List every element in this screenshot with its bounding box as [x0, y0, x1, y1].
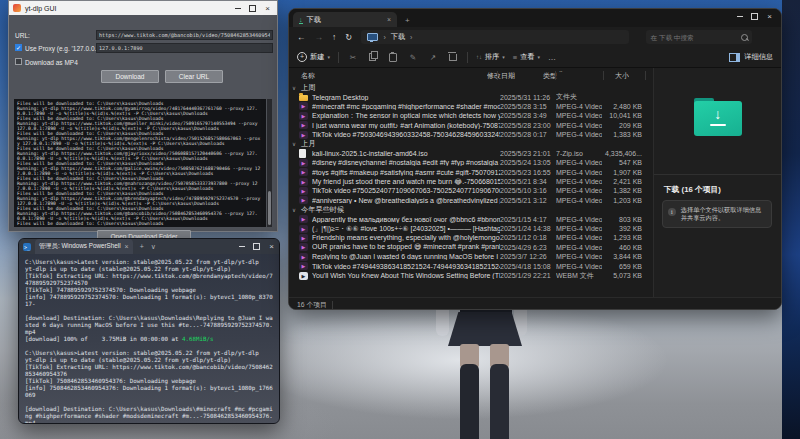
explorer-tab-downloads[interactable]: ↓ 下载 × [293, 12, 397, 27]
file-date: 2025/3/7 12:26 [500, 253, 556, 260]
copy-button[interactable] [367, 53, 379, 61]
new-tab-button[interactable]: + [405, 16, 410, 27]
file-row[interactable]: Telegram Desktop2025/5/31 11:26文件夹 [289, 92, 653, 101]
terminal-line: [TikTok] 7478895929752374570: Downloadin… [25, 287, 275, 294]
cut-button[interactable]: ✂ [347, 53, 359, 62]
file-row[interactable]: ▶Apparently the мальдивому без нової очо… [289, 214, 653, 223]
file-name: (」|¶|)≥=・⑥⑥ #love 100s+÷⑥ [24032025] •——… [312, 224, 500, 234]
file-row[interactable]: ▶(」|¶|)≥=・⑥⑥ #love 100s+÷⑥ [24032025] •—… [289, 224, 653, 233]
new-button[interactable]: + 新建 ▾ [297, 52, 330, 62]
column-separator[interactable] [603, 71, 604, 80]
video-icon: ▶ [299, 102, 308, 110]
ytdlp-body: URL: ✓ Use Proxy (e.g. '127.0.0.1:7890')… [9, 15, 277, 231]
file-row[interactable]: ▶You'll Wish You Knew About This Windows… [289, 271, 653, 280]
minimize-button[interactable] [732, 10, 747, 23]
ytdlp-log[interactable]: Files will be downloaded to: C:\Users\ka… [14, 99, 266, 227]
file-row[interactable]: ▶#disney #disneychannel #nostalgia #edit… [289, 158, 653, 167]
new-tab-button[interactable]: + [140, 243, 144, 250]
file-type: MPEG-4 Video [556, 178, 602, 185]
maximize-button[interactable] [249, 240, 264, 253]
details-pane-toggle[interactable]: 详细信息 [729, 52, 773, 62]
sort-button[interactable]: ↑↓ 排序 ▾ [476, 52, 505, 62]
up-button[interactable]: ↑ [332, 32, 336, 42]
file-row[interactable]: ▶Explanation：The sensor in optical mice … [289, 111, 653, 120]
url-input[interactable] [96, 30, 273, 40]
file-date: 2025/5/24 13:05 [500, 159, 556, 166]
group-header[interactable]: ∨上月 [289, 139, 653, 148]
file-row[interactable]: ▶OUR pranks have to be stopped 😅 #minecr… [289, 243, 653, 252]
file-row[interactable]: ▶My friend just stood there and watch me… [289, 177, 653, 186]
proxy-input[interactable] [96, 43, 273, 53]
powershell-titlebar[interactable]: >_ 管理员: Windows PowerShell × + ∨ × [19, 239, 279, 254]
file-name: TikTok video #7503046943960332458-750346… [312, 131, 500, 138]
use-proxy-checkbox[interactable]: ✓ [15, 44, 22, 51]
file-type: MPEG-4 Video [556, 169, 602, 176]
file-type: MPEG-4 Video [556, 103, 602, 110]
paste-button[interactable] [387, 53, 399, 62]
search-input[interactable] [650, 34, 738, 41]
column-name[interactable]: 名称 [289, 71, 487, 81]
tab-close-icon[interactable]: × [125, 243, 129, 250]
maximize-button[interactable] [245, 2, 260, 15]
back-button[interactable]: ← [297, 32, 306, 42]
close-button[interactable]: × [762, 10, 777, 23]
forward-button[interactable]: → [315, 32, 324, 42]
file-row[interactable]: ▶TikTok video #7503046943960332458-75034… [289, 130, 653, 139]
address-bar[interactable]: › 下载 › [361, 30, 629, 44]
file-row[interactable]: ▶I just wanna wear my outfit♪ #art Anima… [289, 121, 653, 130]
file-row[interactable]: kali-linux-2025.1c-installer-amd64.iso20… [289, 149, 653, 158]
powershell-tab[interactable]: 管理员: Windows PowerShell × [35, 239, 133, 254]
group-header[interactable]: ∨今年早些时候 [289, 205, 653, 214]
breadcrumb-downloads[interactable]: 下载 [391, 32, 405, 42]
maximize-button[interactable] [747, 10, 762, 23]
video-icon: ▶ [299, 225, 308, 233]
download-mp4-checkbox[interactable] [15, 58, 22, 65]
ytdlp-log-scrollbar[interactable] [267, 99, 272, 227]
scrollbar-thumb[interactable] [268, 191, 271, 225]
file-size: 1,382 KB [602, 187, 642, 194]
column-separator[interactable] [645, 71, 646, 80]
close-button[interactable]: × [264, 240, 279, 253]
file-row[interactable]: ▶TikTok video #7494493863418521524-74944… [289, 261, 653, 270]
file-row[interactable]: ▶#minecraft #mc #pcgaming #highperforman… [289, 102, 653, 111]
terminal-line: [download] 100% of 3.75MiB in 00:00:00 a… [25, 336, 275, 343]
minimize-icon [737, 16, 743, 17]
rename-button[interactable]: ✎ [407, 53, 419, 62]
video-icon: ▶ [299, 112, 308, 120]
group-header[interactable]: ∨上周 [289, 83, 653, 92]
download-button[interactable]: Download [101, 70, 159, 83]
file-row[interactable]: ▶TikTok video #7502524077109067063-75025… [289, 186, 653, 195]
column-type[interactable]: ∧ 类型 [543, 71, 589, 81]
delete-button[interactable] [447, 54, 459, 61]
minimize-button[interactable] [234, 240, 249, 253]
log-line: Running: yt-dlp https://www.tiktok.com/@… [17, 136, 263, 146]
file-row[interactable]: ▶#anniversary • New @breathedialysis a @… [289, 196, 653, 205]
file-name: Replying to @Juan I wasted 6 days runnin… [312, 253, 500, 260]
column-separator[interactable] [555, 71, 556, 80]
share-button[interactable]: ↗ [427, 53, 439, 62]
file-row[interactable]: ▶Replying to @Juan I wasted 6 days runni… [289, 252, 653, 261]
details-pane: ↓ 下载 (16 个项目) i 选择单个文件以获取详细信息并共享云内容。 [653, 68, 781, 297]
close-button[interactable]: × [260, 2, 275, 15]
ytdlp-titlebar[interactable]: yt-dlp GUI × [9, 1, 277, 15]
file-date: 2025/1/12 0:18 [500, 234, 556, 241]
view-button[interactable]: ≡ 查看 ▾ [513, 52, 540, 62]
search-box[interactable] [646, 30, 752, 44]
minimize-button[interactable] [230, 2, 245, 15]
column-separator[interactable] [497, 71, 498, 80]
figure-skirt [448, 312, 522, 346]
column-size[interactable]: 大小 [589, 71, 629, 81]
clear-url-button[interactable]: Clear URL [165, 70, 223, 83]
file-row[interactable]: ▶#toys #gifts #makeup #satisfying #asmr … [289, 168, 653, 177]
terminal-line: yt-dlp is up to date (stable@2025.05.22 … [25, 266, 275, 273]
file-row[interactable]: ▶Friendship means everything, especially… [289, 233, 653, 242]
tab-menu-button[interactable]: ∨ [151, 243, 156, 251]
column-date-modified[interactable]: 修改日期 [487, 71, 543, 81]
file-date: 2025/5/31 11:26 [500, 94, 556, 101]
file-name: Explanation：The sensor in optical mice w… [312, 111, 500, 121]
file-type: MPEG-4 Video [556, 234, 602, 241]
tab-close-icon[interactable]: × [387, 16, 391, 23]
ps-output[interactable]: C:\Users\kasus>Latest version: stable@20… [19, 254, 279, 424]
more-options-button[interactable]: … [548, 53, 556, 62]
refresh-button[interactable]: ↻ [345, 32, 352, 42]
